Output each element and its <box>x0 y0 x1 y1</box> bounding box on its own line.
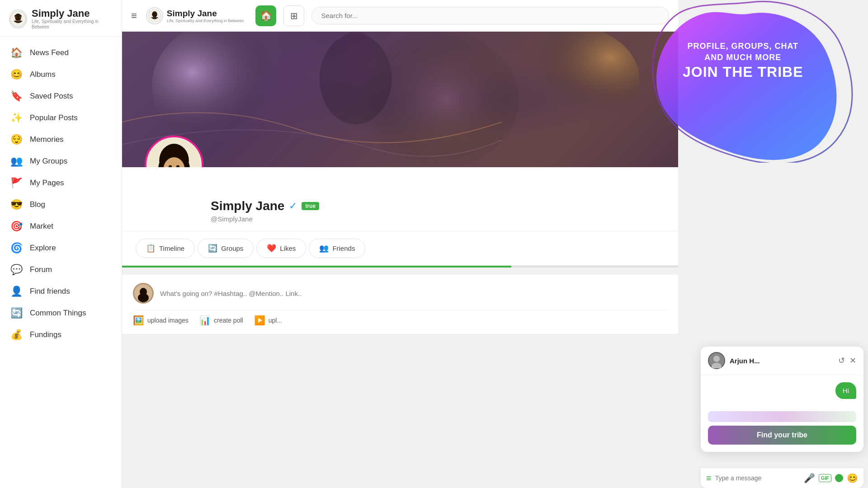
search-input[interactable] <box>311 7 669 24</box>
topbar: ≡ Simply Jane Life, Spirituality and Eve… <box>122 0 678 32</box>
sidebar-item-popular-posts[interactable]: ✨ Popular Posts <box>0 107 122 129</box>
chat-contact-avatar <box>708 352 725 369</box>
composer-action-upload-video[interactable]: ▶️ upl... <box>254 315 282 326</box>
sidebar-item-news-feed[interactable]: 🏠 News Feed <box>0 42 122 64</box>
post-input[interactable] <box>160 290 667 297</box>
profile-tab-timeline[interactable]: 📋 Timeline <box>136 239 195 258</box>
upload-video-icon: ▶️ <box>254 315 265 326</box>
profile-handle: @SimplyJane <box>211 215 656 223</box>
svg-point-3 <box>19 16 21 18</box>
grid-button[interactable]: ⊞ <box>283 5 304 26</box>
logo-subtitle: Life, Spirituality and Everything in Bet… <box>32 19 113 30</box>
upload-video-label: upl... <box>269 317 282 324</box>
sidebar-label-memories: Memories <box>30 135 64 144</box>
composer-action-create-poll[interactable]: 📊 create poll <box>199 315 243 326</box>
sidebar-label-explore: Explore <box>30 244 56 253</box>
composer-action-upload-images[interactable]: 🖼️ upload images <box>133 315 189 326</box>
news-feed-icon: 🏠 <box>10 47 23 59</box>
profile-cover <box>122 32 678 167</box>
my-pages-icon: 🚩 <box>10 177 23 189</box>
sidebar-label-saved-posts: Saved Posts <box>30 92 73 101</box>
profile-tab-likes[interactable]: ❤️ Likes <box>256 239 306 258</box>
promo-sub-text: PROFILE, GROUPS, CHATAND MUCH MORE <box>683 41 803 63</box>
sidebar-logo[interactable]: Simply Jane Life, Spirituality and Every… <box>0 0 122 37</box>
verified-badge: ✓ <box>289 200 297 212</box>
sidebar-label-my-pages: My Pages <box>30 178 64 188</box>
explore-icon: 🌀 <box>10 242 23 254</box>
post-composer: 🖼️ upload images 📊 create poll ▶️ upl... <box>122 275 678 334</box>
home-button[interactable]: 🏠 <box>255 5 276 26</box>
topbar-logo-text: Simply Jane <box>167 9 244 19</box>
groups-tab-label: Groups <box>221 244 243 252</box>
grid-icon: ⊞ <box>290 10 298 21</box>
sidebar-label-market: Market <box>30 222 53 231</box>
profile-tab-groups[interactable]: 🔄 Groups <box>198 239 254 258</box>
home-icon: 🏠 <box>260 10 272 22</box>
chat-header: Arjun H... ↺ ✕ <box>701 347 863 375</box>
sidebar-item-memories[interactable]: 😌 Memories <box>0 129 122 150</box>
sidebar-item-market[interactable]: 🎯 Market <box>0 216 122 237</box>
chat-gif-button[interactable]: GIF <box>819 474 831 482</box>
composer-avatar <box>133 283 154 304</box>
sidebar-item-blog[interactable]: 😎 Blog <box>0 194 122 216</box>
profile-info-bar: Simply Jane ✓ true @SimplyJane <box>122 167 678 231</box>
sidebar-label-fundings: Fundings <box>30 330 61 339</box>
likes-tab-icon: ❤️ <box>267 244 276 253</box>
timeline-tab-icon: 📋 <box>146 244 156 253</box>
sidebar-label-albums: Albums <box>30 70 56 79</box>
memories-icon: 😌 <box>10 134 23 145</box>
chat-close-button[interactable]: ✕ <box>849 356 856 366</box>
sidebar-item-explore[interactable]: 🌀 Explore <box>0 237 122 259</box>
sidebar-item-my-groups[interactable]: 👥 My Groups <box>0 150 122 172</box>
profile-tabs: 📋 Timeline 🔄 Groups ❤️ Likes 👥 Friends <box>122 231 678 266</box>
sidebar-item-forum[interactable]: 💬 Forum <box>0 259 122 281</box>
profile-name-block: Simply Jane ✓ true @SimplyJane <box>211 199 656 223</box>
timeline-tab-label: Timeline <box>159 244 184 252</box>
likes-tab-label: Likes <box>280 244 296 252</box>
common-things-icon: 🔄 <box>10 307 23 319</box>
topbar-logo-img <box>146 7 163 24</box>
chat-messages: Hi <box>701 375 863 411</box>
albums-icon: 😊 <box>10 69 23 80</box>
find-tribe-button[interactable]: Find your tribe <box>708 426 856 445</box>
logo-icon <box>9 9 27 28</box>
promo-main-text: JOIN THE TRIBE <box>683 63 803 80</box>
chat-emoji-button[interactable]: 😊 <box>847 473 858 483</box>
sidebar-item-common-things[interactable]: 🔄 Common Things <box>0 302 122 324</box>
create-poll-label: create poll <box>214 317 243 324</box>
chat-message-input[interactable] <box>715 474 800 482</box>
chat-menu-icon: ≡ <box>706 473 712 483</box>
chat-mic-button[interactable]: 🎤 <box>804 473 815 483</box>
chat-online-indicator <box>835 474 843 482</box>
menu-icon[interactable]: ≡ <box>131 10 137 22</box>
composer-actions: 🖼️ upload images 📊 create poll ▶️ upl... <box>133 310 667 326</box>
logo-text-block: Simply Jane Life, Spirituality and Every… <box>32 8 113 30</box>
sidebar-label-forum: Forum <box>30 265 52 274</box>
svg-point-21 <box>713 356 720 362</box>
logo-title: Simply Jane <box>32 8 113 19</box>
groups-tab-icon: 🔄 <box>208 244 217 253</box>
svg-point-19 <box>138 293 149 302</box>
profile-tab-friends[interactable]: 👥 Friends <box>309 239 365 258</box>
sidebar-item-my-pages[interactable]: 🚩 My Pages <box>0 172 122 194</box>
sidebar-item-saved-posts[interactable]: 🔖 Saved Posts <box>0 85 122 107</box>
my-groups-icon: 👥 <box>10 155 23 167</box>
chat-refresh-button[interactable]: ↺ <box>838 356 845 366</box>
sidebar-item-fundings[interactable]: 💰 Fundings <box>0 324 122 346</box>
upload-images-label: upload images <box>147 317 189 324</box>
sidebar-label-blog: Blog <box>30 200 45 209</box>
sidebar-label-find-friends: Find friends <box>30 287 70 296</box>
cover-decoration <box>122 32 678 167</box>
chat-message-hi: Hi <box>835 382 856 399</box>
chat-input-bar: ≡ 🎤 GIF 😊 <box>701 468 863 488</box>
chat-contact-name: Arjun H... <box>730 357 834 365</box>
upload-images-icon: 🖼️ <box>133 315 144 326</box>
fundings-icon: 💰 <box>10 329 23 341</box>
saved-posts-icon: 🔖 <box>10 90 23 102</box>
sidebar-item-find-friends[interactable]: 👤 Find friends <box>0 281 122 302</box>
popular-posts-icon: ✨ <box>10 112 23 124</box>
sidebar-item-albums[interactable]: 😊 Albums <box>0 64 122 85</box>
profile-avatar <box>145 136 203 167</box>
main-area: ≡ Simply Jane Life, Spirituality and Eve… <box>122 0 678 488</box>
sidebar-nav: 🏠 News Feed 😊 Albums 🔖 Saved Posts ✨ Pop… <box>0 37 122 488</box>
